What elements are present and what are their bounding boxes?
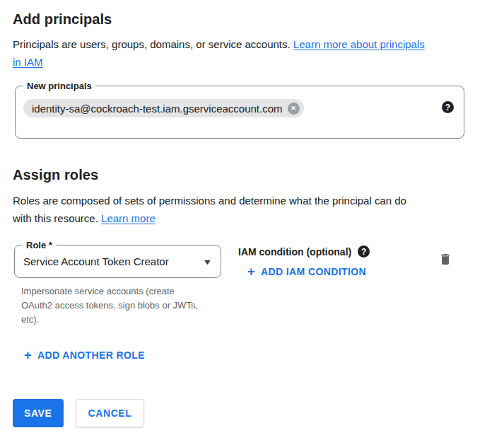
actions-row: SAVE CANCEL (13, 399, 504, 427)
role-label: Role * (23, 238, 56, 253)
close-icon[interactable]: ✕ (288, 103, 300, 115)
new-principals-label: New principals (23, 79, 95, 93)
delete-role-button[interactable] (438, 252, 452, 267)
iam-condition-label: IAM condition (optional) (238, 246, 351, 258)
role-value: Service Account Token Creator (23, 255, 169, 267)
role-row: Role * Service Account Token Creator ▼ I… (14, 245, 504, 327)
role-helper-text: Impersonate service accounts (create OAu… (21, 284, 201, 327)
add-principals-panel: Add principals Principals are users, gro… (0, 0, 504, 445)
add-another-role-button[interactable]: + ADD ANOTHER ROLE (24, 349, 145, 361)
intro-text: Principals are users, groups, domains, o… (13, 35, 469, 71)
trash-icon (438, 252, 452, 267)
help-icon[interactable]: ? (442, 101, 454, 113)
cancel-button[interactable]: CANCEL (76, 399, 145, 427)
learn-more-link[interactable]: Learn more (101, 212, 156, 224)
principal-chip: identity-sa@cockroach-test.iam.gservicea… (23, 99, 304, 117)
new-principals-field[interactable]: New principals identity-sa@cockroach-tes… (15, 86, 464, 139)
chevron-down-icon: ▼ (202, 258, 213, 266)
role-column: Role * Service Account Token Creator ▼ I… (14, 245, 221, 327)
page-title: Add principals (0, 0, 504, 28)
iam-condition-label-row: IAM condition (optional) ? (238, 245, 370, 258)
save-button[interactable]: SAVE (13, 399, 64, 427)
assign-roles-text: Roles are composed of sets of permission… (13, 192, 469, 227)
principal-chip-label: identity-sa@cockroach-test.iam.gservicea… (32, 103, 283, 115)
plus-icon: + (24, 350, 32, 360)
role-select[interactable]: Role * Service Account Token Creator ▼ (14, 245, 221, 278)
assign-roles-title: Assign roles (13, 166, 504, 183)
intro-text-static: Principals are users, groups, domains, o… (13, 38, 291, 50)
plus-icon: + (247, 267, 255, 277)
iam-condition-column: IAM condition (optional) ? + ADD IAM CON… (238, 245, 370, 277)
add-iam-condition-button[interactable]: + ADD IAM CONDITION (247, 266, 366, 277)
help-icon[interactable]: ? (358, 245, 370, 258)
